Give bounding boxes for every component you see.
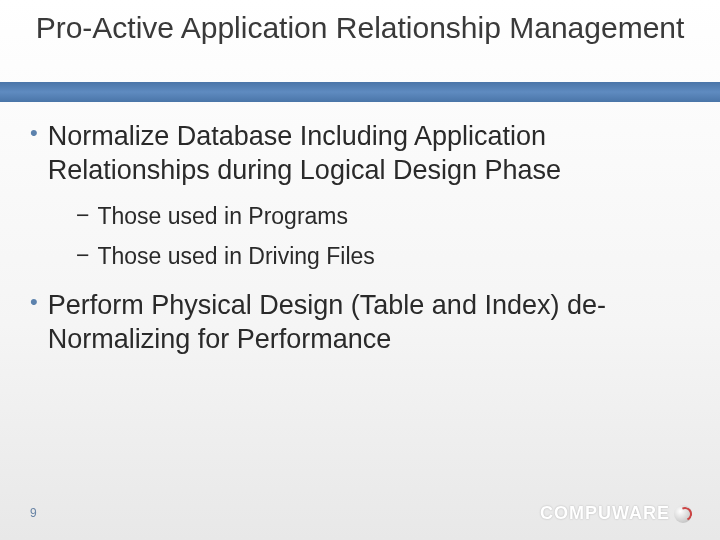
sub-item: − Those used in Driving Files [76,242,690,271]
bullet-item: • Normalize Database Including Applicati… [30,120,690,188]
sub-text: Those used in Programs [97,202,348,231]
bullet-item: • Perform Physical Design (Table and Ind… [30,289,690,357]
dash-icon: − [76,202,89,229]
sub-text: Those used in Driving Files [97,242,374,271]
compuware-logo: COMPUWARE [540,503,692,524]
bullet-dot-icon: • [30,120,38,146]
logo-mark-icon [674,505,692,523]
bullet-text: Perform Physical Design (Table and Index… [48,289,690,357]
sub-list: − Those used in Programs − Those used in… [76,202,690,272]
page-number: 9 [30,506,37,520]
bullet-dot-icon: • [30,289,38,315]
dash-icon: − [76,242,89,269]
slide-title: Pro-Active Application Relationship Mana… [0,10,720,46]
slide-content: • Normalize Database Including Applicati… [30,120,690,371]
bullet-text: Normalize Database Including Application… [48,120,690,188]
title-band: Pro-Active Application Relationship Mana… [0,0,720,100]
sub-item: − Those used in Programs [76,202,690,231]
logo-text: COMPUWARE [540,503,670,524]
